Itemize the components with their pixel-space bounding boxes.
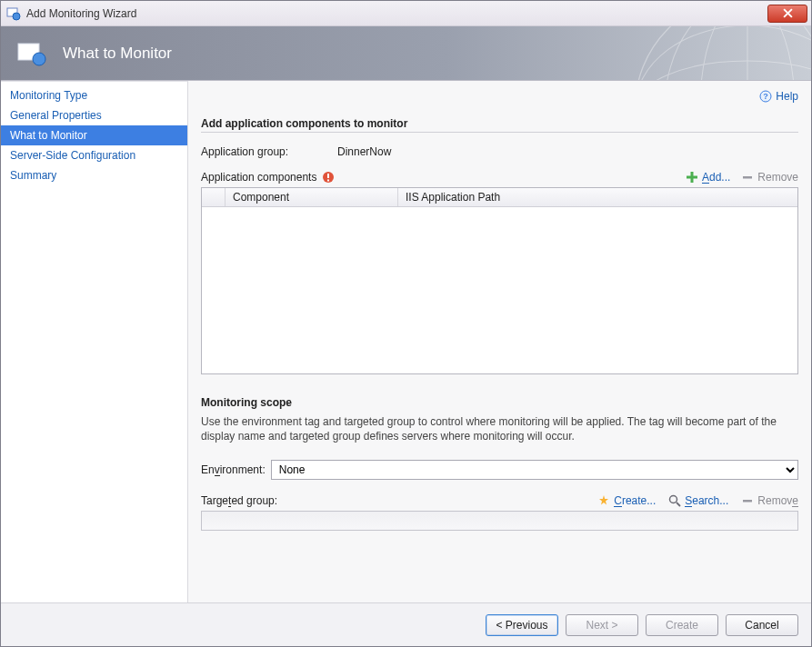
globe-decoration: [629, 26, 811, 81]
minus-icon: [741, 171, 754, 184]
grid-header: Component IIS Application Path: [202, 188, 797, 207]
plus-icon: [686, 171, 698, 184]
wizard-body: Monitoring Type General Properties What …: [1, 81, 811, 602]
header-band: What to Monitor: [1, 26, 811, 81]
sidebar: Monitoring Type General Properties What …: [1, 81, 188, 602]
sidebar-item-what-to-monitor[interactable]: What to Monitor: [1, 125, 187, 145]
sidebar-item-monitoring-type[interactable]: Monitoring Type: [1, 85, 187, 105]
main-panel: ? Help Add application components to mon…: [188, 81, 811, 602]
svg-text:?: ?: [764, 92, 769, 101]
monitoring-scope-description: Use the environment tag and targeted gro…: [201, 414, 783, 443]
svg-rect-14: [327, 174, 329, 178]
search-button[interactable]: Search...: [668, 494, 728, 507]
section-heading: Add application components to monitor: [201, 117, 798, 130]
environment-row: Environment: None: [201, 460, 798, 480]
remove-group-button: Remove: [741, 494, 798, 507]
application-group-value: DinnerNow: [337, 145, 391, 158]
remove-button: Remove: [741, 171, 798, 184]
create-wizard-button: Create: [646, 614, 718, 636]
environment-label: Environment:: [201, 463, 266, 476]
svg-point-5: [636, 61, 812, 81]
titlebar: Add Monitoring Wizard: [1, 1, 811, 26]
help-icon: ?: [759, 90, 772, 103]
svg-rect-15: [327, 180, 329, 182]
header-title: What to Monitor: [63, 45, 172, 63]
targeted-group-input[interactable]: [201, 511, 798, 531]
next-button: Next >: [566, 614, 638, 636]
column-header-iis-path[interactable]: IIS Application Path: [398, 188, 797, 206]
section-separator: [201, 132, 798, 133]
svg-rect-22: [743, 500, 752, 503]
svg-point-3: [33, 53, 45, 65]
sidebar-item-summary[interactable]: Summary: [1, 165, 187, 185]
components-toolbar: Application components Add... Remove: [201, 171, 798, 184]
svg-rect-17: [687, 176, 697, 179]
help-link[interactable]: ? Help: [759, 90, 798, 103]
grid-body: [202, 207, 797, 371]
monitoring-scope-heading: Monitoring scope: [201, 396, 798, 409]
sidebar-item-general-properties[interactable]: General Properties: [1, 105, 187, 125]
star-icon: [597, 494, 610, 507]
close-button[interactable]: [767, 5, 807, 23]
search-icon: [668, 494, 681, 507]
application-components-label: Application components: [201, 171, 316, 184]
window-title: Add Monitoring Wizard: [26, 7, 767, 20]
svg-line-21: [677, 503, 680, 506]
application-group-label: Application group:: [201, 145, 337, 158]
wizard-window: Add Monitoring Wizard What to Monitor Mo…: [0, 0, 812, 647]
svg-point-6: [636, 26, 812, 81]
add-button[interactable]: Add...: [686, 171, 730, 184]
targeted-group-row: Targeted group: Create... Search...: [201, 494, 798, 507]
footer: < Previous Next > Create Cancel: [1, 602, 811, 646]
create-button[interactable]: Create...: [597, 494, 656, 507]
app-icon: [6, 6, 21, 21]
minus-icon: [741, 494, 754, 507]
column-header-selector[interactable]: [202, 188, 226, 206]
environment-select[interactable]: None: [271, 460, 798, 480]
svg-marker-19: [599, 495, 608, 505]
svg-point-20: [670, 496, 677, 503]
warning-icon: [322, 171, 335, 184]
cancel-button[interactable]: Cancel: [726, 614, 798, 636]
help-label: Help: [776, 90, 798, 103]
sidebar-item-server-side-configuration[interactable]: Server-Side Configuration: [1, 145, 187, 165]
components-grid[interactable]: Component IIS Application Path: [201, 187, 798, 374]
column-header-component[interactable]: Component: [226, 188, 398, 206]
application-group-row: Application group: DinnerNow: [201, 145, 798, 158]
previous-button[interactable]: < Previous: [486, 614, 558, 636]
svg-point-1: [13, 13, 20, 20]
svg-point-4: [636, 26, 812, 81]
targeted-group-label: Targeted group:: [201, 494, 277, 507]
svg-rect-18: [743, 176, 752, 179]
header-icon: [17, 41, 48, 66]
